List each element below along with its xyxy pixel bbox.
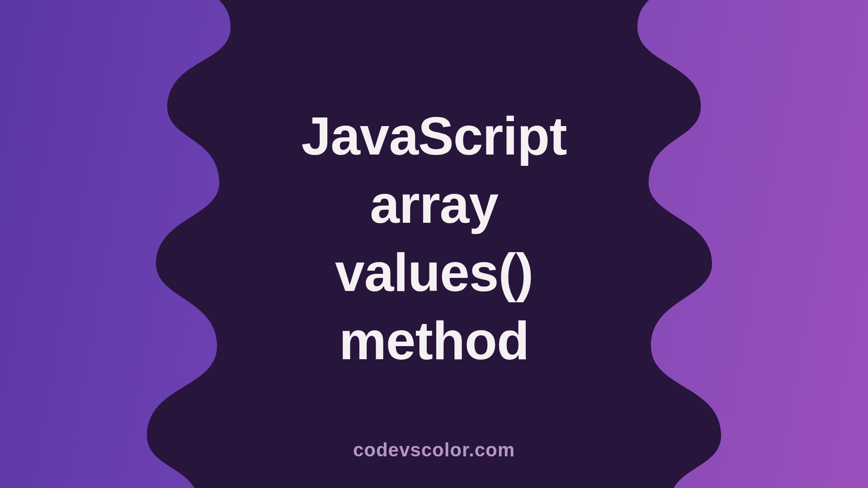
hero-title: JavaScript array values() method <box>302 102 567 375</box>
title-line-1: JavaScript <box>302 102 567 170</box>
footer-site-name: codevscolor.com <box>353 439 515 461</box>
title-line-2: array <box>302 170 567 239</box>
title-line-4: method <box>302 307 567 375</box>
title-line-3: values() <box>302 239 567 307</box>
